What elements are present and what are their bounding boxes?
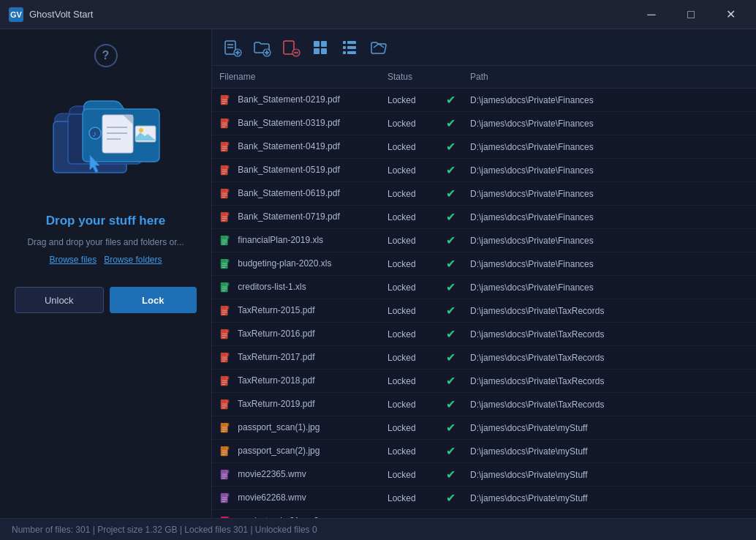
- file-table-container[interactable]: Filename Status Path Bank_: [212, 66, 756, 518]
- view-list-button[interactable]: [336, 35, 363, 60]
- cell-status: Locked: [380, 487, 439, 510]
- table-row[interactable]: Bank_Statement-0719.pdf Locked ✔ D:\jame…: [212, 206, 756, 229]
- lock-button[interactable]: Lock: [110, 287, 197, 313]
- table-row[interactable]: passport_scan(2).jpg Locked ✔ D:\james\d…: [212, 440, 756, 463]
- table-row[interactable]: Bank_Statement-0319.pdf Locked ✔ D:\jame…: [212, 112, 756, 135]
- cell-filename: passport_scan(1).jpg: [212, 416, 380, 440]
- check-icon: ✔: [446, 211, 456, 223]
- help-icon[interactable]: ?: [94, 44, 118, 67]
- svg-rect-29: [347, 41, 356, 44]
- svg-rect-33: [347, 51, 356, 54]
- cell-status: Locked: [380, 370, 439, 393]
- svg-rect-40: [226, 118, 229, 121]
- close-button[interactable]: ✕: [714, 4, 747, 26]
- svg-rect-50: [226, 165, 229, 168]
- svg-rect-28: [343, 41, 346, 44]
- toolbar: [212, 29, 756, 66]
- cell-status: Locked: [380, 393, 439, 416]
- add-files-button[interactable]: [219, 35, 246, 60]
- cell-filename: creditors-list-1.xls: [212, 276, 380, 299]
- table-row[interactable]: passport_scan(1).jpg Locked ✔ D:\james\d…: [212, 416, 756, 440]
- cell-path: D:\james\docs\Private\myStuff: [463, 510, 756, 519]
- view-grid-button[interactable]: [307, 35, 333, 60]
- check-icon: ✔: [446, 140, 456, 153]
- table-row[interactable]: creditors-list-1.xls Locked ✔ D:\james\d…: [212, 276, 756, 299]
- cell-check: ✔: [439, 89, 463, 112]
- svg-rect-120: [226, 492, 229, 495]
- cell-check: ✔: [439, 510, 463, 519]
- remove-button[interactable]: [278, 35, 304, 60]
- add-folder-button[interactable]: [249, 35, 275, 60]
- svg-rect-24: [314, 41, 320, 47]
- table-row[interactable]: Bank_Statement-0619.pdf Locked ✔ D:\jame…: [212, 182, 756, 206]
- svg-rect-110: [226, 446, 229, 449]
- check-icon: ✔: [446, 328, 456, 340]
- cell-path: D:\james\docs\Private\Finances: [463, 206, 756, 229]
- svg-rect-26: [314, 48, 320, 54]
- cell-path: D:\james\docs\Private\Finances: [463, 182, 756, 206]
- check-icon: ✔: [446, 117, 456, 130]
- browse-links: Browse files Browse folders: [49, 255, 162, 265]
- table-header: Filename Status Path: [212, 66, 756, 89]
- cell-filename: TaxReturn-2015.pdf: [212, 299, 380, 323]
- minimize-button[interactable]: ─: [635, 4, 668, 26]
- cell-filename: TaxReturn-2018.pdf: [212, 370, 380, 393]
- table-row[interactable]: budgeting-plan-2020.xls Locked ✔ D:\jame…: [212, 252, 756, 276]
- maximize-button[interactable]: □: [674, 4, 708, 26]
- table-row[interactable]: TaxReturn-2016.pdf Locked ✔ D:\james\doc…: [212, 323, 756, 346]
- check-icon: ✔: [446, 515, 456, 518]
- cell-path: D:\james\docs\Private\Finances: [463, 112, 756, 135]
- statusbar-text: Number of files: 301 | Project size 1.32…: [12, 525, 317, 535]
- table-row[interactable]: Bank_Statement-0419.pdf Locked ✔ D:\jame…: [212, 135, 756, 159]
- cell-path: D:\james\docs\Private\TaxRecords: [463, 393, 756, 416]
- cell-filename: financialPlan-2019.xls: [212, 229, 380, 252]
- cell-status: Locked: [380, 323, 439, 346]
- check-icon: ✔: [446, 281, 456, 293]
- svg-rect-105: [226, 422, 229, 425]
- cell-status: Locked: [380, 135, 439, 159]
- cell-path: D:\james\docs\Private\TaxRecords: [463, 346, 756, 370]
- table-row[interactable]: movie22365.wmv Locked ✔ D:\james\docs\Pr…: [212, 463, 756, 487]
- cell-status: Locked: [380, 463, 439, 487]
- check-icon: ✔: [446, 351, 456, 364]
- cell-status: Locked: [380, 440, 439, 463]
- cell-filename: Bank_Statement-0319.pdf: [212, 112, 380, 135]
- cell-path: D:\james\docs\Private\myStuff: [463, 416, 756, 440]
- cell-status: Locked: [380, 159, 439, 182]
- unlock-button[interactable]: Unlock: [15, 287, 104, 313]
- svg-rect-31: [347, 46, 356, 49]
- cell-check: ✔: [439, 463, 463, 487]
- cell-check: ✔: [439, 299, 463, 323]
- table-row[interactable]: movie62268.wmv Locked ✔ D:\james\docs\Pr…: [212, 487, 756, 510]
- browse-folders-link[interactable]: Browse folders: [104, 255, 162, 265]
- svg-rect-100: [226, 399, 229, 402]
- cell-path: D:\james\docs\Private\myStuff: [463, 487, 756, 510]
- table-row[interactable]: financialPlan-2019.xls Locked ✔ D:\james…: [212, 229, 756, 252]
- folder-illustration-svg: ♪: [40, 82, 172, 184]
- cell-status: Locked: [380, 252, 439, 276]
- cell-filename: TaxReturn-2017.pdf: [212, 346, 380, 370]
- check-icon: ✔: [446, 468, 456, 481]
- cell-status: Locked: [380, 299, 439, 323]
- cell-path: D:\james\docs\Private\Finances: [463, 135, 756, 159]
- table-row[interactable]: TaxReturn-2019.pdf Locked ✔ D:\james\doc…: [212, 393, 756, 416]
- cell-path: D:\james\docs\Private\TaxRecords: [463, 299, 756, 323]
- table-row[interactable]: music_track_01.mp3 Locked ✔ D:\james\doc…: [212, 510, 756, 519]
- check-icon: ✔: [446, 421, 456, 434]
- table-row[interactable]: Bank_Statement-0519.pdf Locked ✔ D:\jame…: [212, 159, 756, 182]
- cell-check: ✔: [439, 112, 463, 135]
- cell-filename: Bank_Statement-0219.pdf: [212, 89, 380, 112]
- open-folder-button[interactable]: [366, 35, 392, 60]
- cell-filename: music_track_01.mp3: [212, 510, 380, 519]
- browse-files-link[interactable]: Browse files: [49, 255, 97, 265]
- svg-rect-35: [226, 94, 229, 97]
- table-row[interactable]: Bank_Statement-0219.pdf Locked ✔ D:\jame…: [212, 89, 756, 112]
- table-row[interactable]: TaxReturn-2015.pdf Locked ✔ D:\james\doc…: [212, 299, 756, 323]
- col-header-status: Status: [380, 66, 439, 89]
- cell-path: D:\james\docs\Private\TaxRecords: [463, 323, 756, 346]
- cell-filename: Bank_Statement-0719.pdf: [212, 206, 380, 229]
- table-row[interactable]: TaxReturn-2018.pdf Locked ✔ D:\james\doc…: [212, 370, 756, 393]
- svg-rect-32: [343, 51, 346, 54]
- table-row[interactable]: TaxReturn-2017.pdf Locked ✔ D:\james\doc…: [212, 346, 756, 370]
- cell-path: D:\james\docs\Private\Finances: [463, 276, 756, 299]
